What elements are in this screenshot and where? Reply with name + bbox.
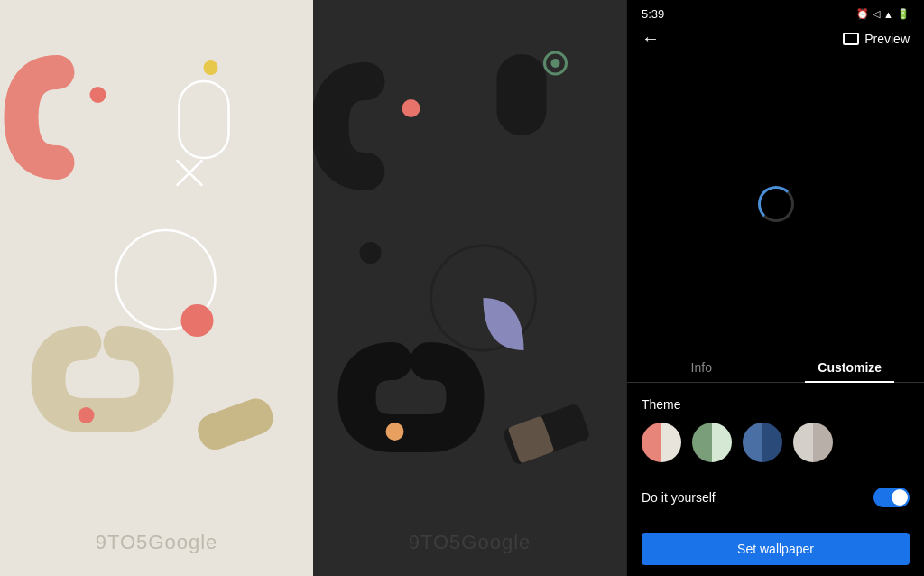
phone-panel: 5:39 ⏰ ◁ ▲ 🔋 ← Preview Info Customize Th… [626, 0, 924, 576]
battery-icon: 🔋 [897, 8, 910, 20]
theme-blue-left [743, 423, 762, 462]
dark-wallpaper-panel: 9TO5Google [313, 0, 626, 576]
svg-point-0 [90, 87, 106, 103]
svg-rect-10 [497, 54, 547, 135]
diy-row: Do it yourself [642, 480, 910, 515]
loading-area [627, 56, 924, 351]
svg-point-6 [181, 304, 214, 337]
theme-light[interactable] [793, 423, 833, 462]
svg-point-13 [360, 242, 382, 264]
loading-spinner [758, 186, 794, 222]
alarm-icon: ⏰ [856, 8, 869, 20]
svg-rect-8 [193, 394, 278, 454]
back-button[interactable]: ← [642, 28, 660, 49]
watermark-dark: 9TO5Google [409, 531, 531, 554]
status-icons: ⏰ ◁ ▲ 🔋 [856, 8, 910, 20]
status-bar: 5:39 ⏰ ◁ ▲ 🔋 [627, 0, 924, 24]
diy-label: Do it yourself [642, 490, 716, 505]
svg-point-12 [551, 59, 560, 68]
wifi-icon: ◁ [873, 8, 880, 20]
signal-icon: ▲ [883, 9, 893, 20]
preview-label: Preview [864, 32, 910, 46]
theme-blue[interactable] [743, 423, 782, 462]
theme-green-right [712, 423, 732, 462]
svg-point-7 [79, 407, 95, 423]
diy-toggle[interactable] [873, 488, 910, 507]
tabs-bar: Info Customize [627, 351, 924, 383]
set-wallpaper-wrap: Set wallpaper [627, 525, 924, 576]
theme-coral[interactable] [642, 423, 681, 462]
light-wallpaper-panel: 9TO5Google [0, 0, 313, 576]
theme-green[interactable] [692, 423, 732, 462]
theme-coral-right [661, 423, 681, 462]
watermark-light: 9TO5Google [96, 531, 218, 554]
tab-customize[interactable]: Customize [776, 351, 925, 382]
top-bar: ← Preview [627, 24, 924, 56]
preview-button[interactable]: Preview [843, 32, 910, 46]
svg-point-9 [402, 99, 420, 117]
svg-point-15 [386, 423, 404, 441]
tab-info[interactable]: Info [627, 351, 776, 382]
svg-rect-2 [180, 81, 229, 158]
set-wallpaper-button[interactable]: Set wallpaper [642, 533, 910, 565]
preview-icon [843, 33, 859, 45]
status-time: 5:39 [642, 7, 664, 21]
customize-section: Theme Do it yourself [627, 386, 924, 525]
theme-blue-right [762, 423, 782, 462]
theme-title: Theme [642, 397, 910, 412]
svg-point-1 [204, 60, 218, 75]
theme-coral-left [642, 423, 661, 462]
theme-light-right [813, 423, 833, 462]
theme-options [642, 423, 910, 462]
theme-light-left [793, 423, 813, 462]
theme-green-left [692, 423, 712, 462]
